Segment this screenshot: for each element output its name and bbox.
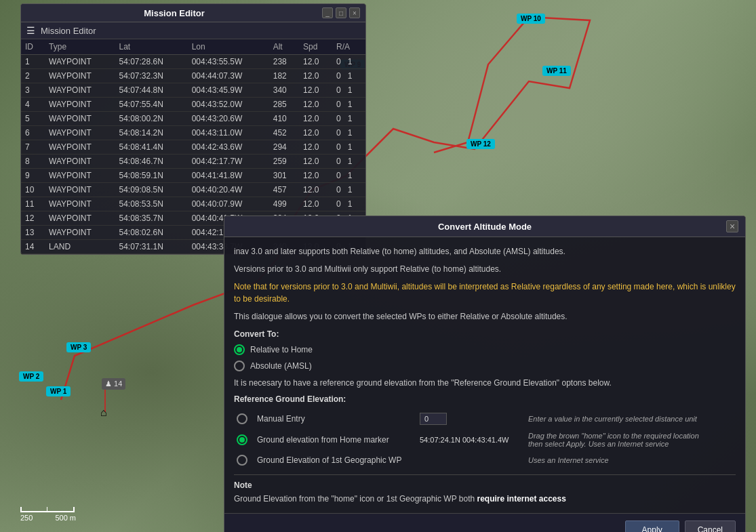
ref-ground-label: Reference Ground Elevation: (234, 394, 736, 404)
home-marker: ⌂ (100, 407, 107, 419)
note-section: Note Ground Elevation from the "home" ic… (234, 474, 736, 505)
close-button[interactable]: × (349, 7, 360, 18)
map-wp10: WP 10 (517, 14, 545, 24)
convert-dialog-title: Convert Altitude Mode (243, 222, 726, 232)
manual-entry-input[interactable] (420, 413, 447, 425)
map-wp1: WP 1 (46, 386, 71, 396)
mission-editor-titlebar: Mission Editor _ □ × (21, 4, 365, 22)
table-row[interactable]: 5 WAYPOINT 54:08:00.2N 004:43:20.6W 410 … (21, 112, 365, 126)
geo-wp-hint: Uses an Internet service (528, 456, 609, 464)
minimize-button[interactable]: _ (322, 7, 333, 18)
radio-absolute[interactable] (234, 361, 245, 371)
info-line2: Versions prior to 3.0 and Multiwii only … (234, 263, 736, 275)
col-ra: R/A (332, 39, 365, 55)
home-marker-hint: Drag the brown "home" icon to the requir… (528, 432, 699, 448)
table-header-row: ID Type Lat Lon Alt Spd R/A (21, 39, 365, 55)
radio-home-marker[interactable] (237, 434, 247, 445)
convert-to-label: Convert To: (234, 329, 736, 339)
home-marker-row: Ground elevation from Home marker 54:07:… (234, 428, 736, 451)
window-controls-right[interactable]: _ □ × (322, 7, 360, 18)
col-spd: Spd (299, 39, 332, 55)
table-row[interactable]: 11 WAYPOINT 54:08:53.5N 004:40:07.9W 499… (21, 197, 365, 211)
scale-bar: 250 500 m (20, 507, 76, 522)
note-text: Ground Elevation from the "home" icon or… (234, 493, 736, 505)
radio-relative-label: Relative to Home (250, 345, 313, 354)
table-row[interactable]: 4 WAYPOINT 54:07:55.4N 004:43:52.0W 285 … (21, 98, 365, 112)
note-versions: Note that for versions prior to 3.0 and … (234, 281, 736, 305)
radio-relative-option[interactable]: Relative to Home (234, 344, 736, 355)
table-row[interactable]: 10 WAYPOINT 54:09:08.5N 004:40:20.4W 457… (21, 183, 365, 197)
info-line1: inav 3.0 and later supports both Relativ… (234, 245, 736, 258)
radio-manual[interactable] (237, 413, 247, 424)
convert-dialog-body: inav 3.0 and later supports both Relativ… (224, 237, 745, 513)
reference-info: It is necesary to have a reference groun… (234, 377, 736, 389)
note-text-prefix: Ground Elevation from the "home" icon or… (234, 494, 477, 504)
table-row[interactable]: 7 WAYPOINT 54:08:41.4N 004:42:43.6W 294 … (21, 140, 365, 155)
col-id: ID (21, 39, 45, 55)
cancel-button[interactable]: Cancel (685, 520, 736, 532)
dialog-footer: Apply Cancel (224, 513, 745, 532)
scale-label-0: 250 (20, 514, 33, 522)
convert-altitude-dialog: Convert Altitude Mode × inav 3.0 and lat… (224, 216, 746, 532)
maximize-button[interactable]: □ (336, 7, 346, 18)
note-text-bold: require internet access (477, 494, 565, 504)
manual-entry-row: Manual Entry Enter a value in the curren… (234, 409, 736, 428)
geo-wp-label: Ground Elevation of 1st Geographic WP (257, 455, 401, 465)
menu-bar: ☰ Mission Editor (21, 22, 365, 39)
table-row[interactable]: 1 WAYPOINT 54:07:28.6N 004:43:55.5W 238 … (21, 55, 365, 69)
map-wp3: WP 3 (66, 342, 91, 352)
map-wp11: WP 11 (542, 66, 571, 76)
home-marker-label: Ground elevation from Home marker (257, 435, 389, 445)
radio-absolute-option[interactable]: Absolute (AMSL) (234, 361, 736, 371)
scale-label-1: 500 m (55, 514, 76, 522)
apply-button[interactable]: Apply (625, 520, 679, 532)
table-row[interactable]: 2 WAYPOINT 54:07:32.3N 004:44:07.3W 182 … (21, 69, 365, 83)
table-row[interactable]: 6 WAYPOINT 54:08:14.2N 004:43:11.0W 452 … (21, 126, 365, 140)
radio-absolute-label: Absolute (AMSL) (250, 361, 312, 371)
table-row[interactable]: 9 WAYPOINT 54:08:59.1N 004:41:41.8W 301 … (21, 169, 365, 183)
col-lat: Lat (115, 39, 188, 55)
table-row[interactable]: 3 WAYPOINT 54:07:44.8N 004:43:45.9W 340 … (21, 83, 365, 98)
radio-geo-wp[interactable] (237, 455, 247, 466)
home-marker-value: 54:07:24.1N 004:43:41.4W (420, 436, 509, 444)
manual-entry-label: Manual Entry (257, 414, 305, 424)
map-wp14: ♟ 14 (102, 378, 125, 390)
radio-relative[interactable] (234, 344, 245, 355)
hamburger-icon[interactable]: ☰ (26, 25, 35, 36)
geo-wp-row: Ground Elevation of 1st Geographic WP Us… (234, 451, 736, 469)
table-row[interactable]: 8 WAYPOINT 54:08:46.7N 004:42:17.7W 259 … (21, 155, 365, 169)
col-type: Type (45, 39, 115, 55)
convert-dialog-titlebar: Convert Altitude Mode × (224, 216, 745, 237)
map-wp12: WP 12 (466, 139, 495, 149)
menu-bar-title: Mission Editor (41, 26, 96, 36)
note-title: Note (234, 480, 736, 490)
col-lon: Lon (188, 39, 269, 55)
manual-entry-hint: Enter a value in the currently selected … (528, 415, 697, 423)
mission-editor-title: Mission Editor (26, 8, 322, 18)
dialogue-text: This dialogue allows you to convert the … (234, 310, 736, 323)
ref-ground-table: Manual Entry Enter a value in the curren… (234, 409, 736, 469)
map-wp2: WP 2 (19, 371, 43, 382)
col-alt: Alt (269, 39, 299, 55)
convert-dialog-close-button[interactable]: × (726, 220, 738, 232)
